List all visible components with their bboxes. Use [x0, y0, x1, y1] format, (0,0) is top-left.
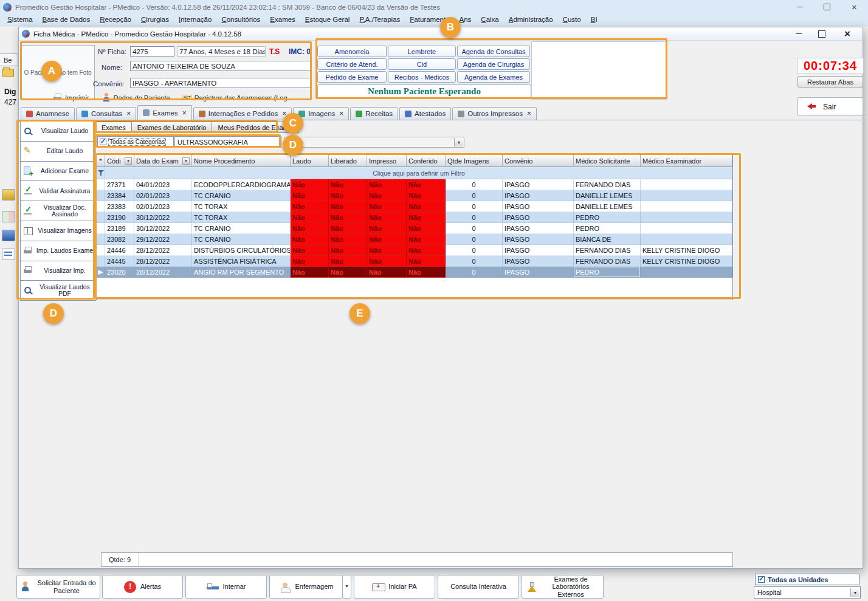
cell-impresso[interactable]: Não: [367, 190, 407, 201]
menu-item-administracao[interactable]: Administração: [504, 15, 558, 24]
sidebar-list-icon[interactable]: [2, 249, 15, 260]
grid-filter-row[interactable]: Clique aqui para definir um Filtro: [97, 167, 732, 179]
tab-consultas[interactable]: Consultas×: [76, 107, 136, 120]
menu-item-caixa[interactable]: Caixa: [476, 15, 503, 24]
tab-receitas[interactable]: Receitas: [350, 107, 398, 120]
quick-button-lembrete[interactable]: Lembrete: [388, 46, 456, 57]
chevron-down-icon[interactable]: ▼: [454, 138, 463, 146]
menu-item-sistema[interactable]: Sistema: [2, 15, 38, 24]
cell-laudo[interactable]: Não: [291, 212, 329, 223]
quick-button-pedido-de-exame[interactable]: Pedido de Exame: [317, 71, 387, 83]
tab-atestados[interactable]: Atestados: [399, 107, 451, 120]
cell-convenio[interactable]: IPASGO: [503, 256, 574, 267]
ts-button[interactable]: T.S: [269, 47, 280, 56]
cell-convenio[interactable]: IPASGO: [503, 201, 574, 212]
cell-conferido[interactable]: Não: [407, 201, 446, 212]
menu-item-estoque-geral[interactable]: Estoque Geral: [300, 15, 355, 24]
sidebar-chart-icon[interactable]: [2, 211, 15, 222]
internar-button[interactable]: Internar: [185, 575, 267, 599]
cell-codigo[interactable]: 23020: [105, 267, 134, 278]
menu-item-exames[interactable]: Exames: [265, 15, 300, 24]
cell-nome[interactable]: ECODOPPLERCARDIOGRAMA: [192, 179, 291, 190]
cell-impresso[interactable]: Não: [367, 234, 407, 245]
cell-laudo[interactable]: Não: [291, 201, 329, 212]
validar-assinatura-button[interactable]: Validar Assinatura: [20, 180, 96, 201]
subtab-meus-pedidos[interactable]: Meus Pedidos de Exame: [212, 122, 298, 133]
column-header-nome[interactable]: Nome Procedimento: [192, 155, 291, 167]
enfermagem-button[interactable]: Enfermagem: [269, 575, 343, 599]
cell-data[interactable]: 02/01/2023: [134, 201, 192, 212]
chevron-down-icon[interactable]: ▼: [850, 588, 859, 597]
cell-liberado[interactable]: Não: [329, 179, 367, 190]
column-header-liberado[interactable]: Liberado: [329, 155, 367, 167]
cell-medico_solicitante[interactable]: PEDRO: [574, 212, 641, 223]
cell-medico_examinador[interactable]: KELLY CRISTINE DIOGO: [641, 245, 732, 256]
column-header-medico_examinador[interactable]: Médico Examinador: [641, 155, 732, 167]
table-row[interactable]: 2444628/12/2022DISTÚRBIOS CIRCULATÓRIOSN…: [97, 245, 732, 256]
ficha-number-input[interactable]: 4275: [130, 46, 174, 57]
iniciar-pa-button[interactable]: Iniciar PA: [354, 575, 435, 599]
cell-nome[interactable]: DISTÚRBIOS CIRCULATÓRIOS: [192, 245, 291, 256]
table-row[interactable]: 2308229/12/2022TC CRANIONãoNãoNãoNão0IPA…: [97, 234, 732, 245]
cell-convenio[interactable]: IPASGO: [503, 190, 574, 201]
cell-medico_solicitante[interactable]: BIANCA DE: [574, 234, 641, 245]
cell-impresso[interactable]: Não: [367, 245, 407, 256]
close-icon[interactable]: [841, 0, 868, 14]
visualizar-imp-button[interactable]: Visualizar Imp.: [20, 261, 96, 281]
cell-convenio[interactable]: IPASGO: [503, 245, 574, 256]
cell-data[interactable]: 02/01/2023: [134, 190, 192, 201]
cell-medico_solicitante[interactable]: DANIELLE LEMES: [574, 201, 641, 212]
tab-close-icon[interactable]: ×: [182, 109, 187, 117]
nome-input[interactable]: ANTONIO TEIXEIRA DE SOUZA: [130, 61, 312, 71]
cell-qtde_imagens[interactable]: 0: [446, 245, 503, 256]
tab-outros-impressos[interactable]: Outros Impressos×: [452, 107, 537, 120]
menu-item-faturamento[interactable]: Faturamento: [405, 15, 454, 24]
cell-impresso[interactable]: Não: [367, 212, 407, 223]
cell-liberado[interactable]: Não: [329, 245, 367, 256]
convenio-input[interactable]: IPASGO - APARTAMENTO: [130, 78, 312, 88]
cell-liberado[interactable]: Não: [329, 201, 367, 212]
column-header-impresso[interactable]: Impresso: [367, 155, 407, 167]
cell-qtde_imagens[interactable]: 0: [446, 223, 503, 234]
checkbox-checked-icon[interactable]: [758, 576, 765, 583]
visualizar-doc-assinado-button[interactable]: Visualizar Doc. Assinado: [20, 201, 96, 221]
tab-close-icon[interactable]: ×: [282, 109, 286, 118]
cell-nome[interactable]: ASSISTÊNCIA FISIÁTRICA: [192, 256, 291, 267]
tab-close-icon[interactable]: ×: [527, 109, 531, 118]
category-dropdown[interactable]: ▼: [284, 137, 464, 148]
main-titlebar[interactable]: Promedico Gestão Hospitalar - PMedico - …: [0, 0, 868, 14]
checkbox-checked-icon[interactable]: [100, 139, 106, 145]
cell-laudo[interactable]: Não: [291, 267, 329, 278]
restaurar-abas-button[interactable]: Restaurar Abas: [797, 76, 863, 88]
cell-conferido[interactable]: Não: [407, 245, 446, 256]
menu-item-p-a-terapias[interactable]: P.A./Terapias: [354, 15, 405, 24]
alertas-button[interactable]: Alertas: [102, 575, 183, 599]
cell-codigo[interactable]: 23082: [105, 234, 134, 245]
cell-liberado[interactable]: Não: [329, 223, 367, 234]
cell-qtde_imagens[interactable]: 0: [446, 179, 503, 190]
cell-liberado[interactable]: Não: [329, 256, 367, 267]
cell-conferido[interactable]: Não: [407, 223, 446, 234]
cell-laudo[interactable]: Não: [291, 190, 329, 201]
cell-medico_examinador[interactable]: KELLY CRISTINE DIOGO: [641, 256, 732, 267]
quick-button-cid[interactable]: Cid: [388, 58, 456, 70]
cell-data[interactable]: 30/12/2022: [134, 223, 192, 234]
tab-imagens[interactable]: Imagens×: [293, 107, 349, 120]
cell-liberado[interactable]: Não: [329, 267, 367, 278]
adicionar-exame-button[interactable]: Adicionar Exame: [20, 161, 96, 182]
consulta-interativa-button[interactable]: Consulta Interativa: [438, 575, 519, 599]
menu-item-consultorios[interactable]: Consultórios: [216, 15, 265, 24]
cell-liberado[interactable]: Não: [329, 212, 367, 223]
cell-codigo[interactable]: 23189: [105, 223, 134, 234]
cell-qtde_imagens[interactable]: 0: [446, 234, 503, 245]
cell-nome[interactable]: TC CRANIO: [192, 234, 291, 245]
solicitar-entrada-button[interactable]: Solicitar Entrada do Paciente: [16, 575, 100, 599]
cell-impresso[interactable]: Não: [367, 267, 407, 278]
table-row[interactable]: 2338402/01/2023TC CRANIONãoNãoNãoNão0IPA…: [97, 190, 732, 201]
cell-laudo[interactable]: Não: [291, 234, 329, 245]
cell-nome[interactable]: TC CRANIO: [192, 223, 291, 234]
cell-codigo[interactable]: 23383: [105, 201, 134, 212]
cell-medico_examinador[interactable]: [641, 201, 732, 212]
cell-nome[interactable]: ANGIO RM POR SEGMENTO: [192, 267, 291, 278]
cell-conferido[interactable]: Não: [407, 267, 446, 278]
